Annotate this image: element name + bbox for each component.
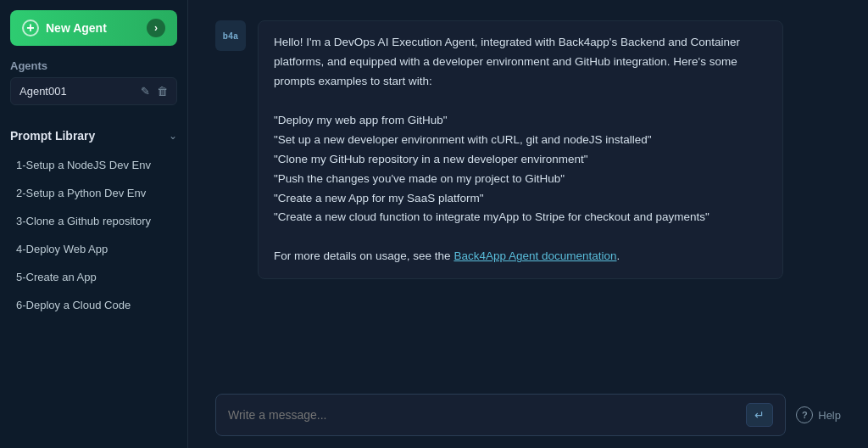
help-icon: ? xyxy=(796,406,813,423)
send-button[interactable]: ↵ xyxy=(746,403,773,427)
footer-link[interactable]: Back4App Agent documentation xyxy=(453,249,616,262)
agents-section: Agents Agent001 ✎ 🗑 xyxy=(0,53,187,109)
help-button[interactable]: ? Help xyxy=(796,406,841,423)
delete-icon[interactable]: 🗑 xyxy=(157,85,168,98)
agent-item-actions: ✎ 🗑 xyxy=(141,85,168,98)
prompt-library-header[interactable]: Prompt Library ⌄ xyxy=(0,124,187,148)
message-prompt-1: "Deploy my web app from GitHub" xyxy=(274,111,767,131)
agent-item[interactable]: Agent001 ✎ 🗑 xyxy=(10,77,177,105)
message-bubble: Hello! I'm a DevOps AI Execution Agent, … xyxy=(258,20,783,279)
help-label: Help xyxy=(818,409,841,422)
message-prompt-5: "Create a new App for my SaaS platform" xyxy=(274,189,767,209)
prompt-list: 1-Setup a NodeJS Dev Env 2-Setup a Pytho… xyxy=(0,148,187,322)
message-prompt-3: "Clone my GitHub repository in a new dev… xyxy=(274,150,767,170)
chat-area: b4a Hello! I'm a DevOps AI Execution Age… xyxy=(188,0,868,384)
message-prompt-6: "Create a new cloud function to integrat… xyxy=(274,208,767,227)
avatar: b4a xyxy=(215,20,246,51)
agent-item-name: Agent001 xyxy=(19,85,67,98)
message-footer: For more details on usage, see the Back4… xyxy=(274,247,767,266)
prompt-item-6[interactable]: 6-Deploy a Cloud Code xyxy=(0,291,187,319)
message-intro: Hello! I'm a DevOps AI Execution Agent, … xyxy=(274,33,767,92)
plus-circle-icon: + xyxy=(22,20,39,36)
prompt-item-2[interactable]: 2-Setup a Python Dev Env xyxy=(0,179,187,207)
new-agent-label: New Agent xyxy=(46,21,107,35)
footer-end: . xyxy=(617,249,620,262)
input-area: ↵ ? Help xyxy=(188,384,868,448)
sidebar: + New Agent › Agents Agent001 ✎ 🗑 Prompt… xyxy=(0,0,188,448)
prompt-item-4[interactable]: 4-Deploy Web App xyxy=(0,235,187,263)
message-prompt-2: "Set up a new developer environment with… xyxy=(274,131,767,150)
send-icon: ↵ xyxy=(754,408,765,422)
prompt-library-section: Prompt Library ⌄ 1-Setup a NodeJS Dev En… xyxy=(0,124,187,448)
message-prompt-4: "Push the changes you've made on my proj… xyxy=(274,170,767,189)
message-input[interactable] xyxy=(228,408,746,422)
prompt-item-1[interactable]: 1-Setup a NodeJS Dev Env xyxy=(0,151,187,179)
prompt-item-5[interactable]: 5-Create an App xyxy=(0,263,187,291)
new-agent-button[interactable]: + New Agent › xyxy=(10,10,177,46)
prompt-item-3[interactable]: 3-Clone a Github repository xyxy=(0,207,187,235)
message-row: b4a Hello! I'm a DevOps AI Execution Age… xyxy=(215,20,841,279)
prompt-library-title: Prompt Library xyxy=(10,129,95,143)
main-content: b4a Hello! I'm a DevOps AI Execution Age… xyxy=(188,0,868,448)
edit-icon[interactable]: ✎ xyxy=(141,85,150,98)
message-input-wrapper: ↵ xyxy=(215,394,786,436)
chevron-down-icon: ⌄ xyxy=(169,130,177,142)
arrow-right-icon: › xyxy=(147,19,165,37)
footer-text: For more details on usage, see the xyxy=(274,249,453,262)
agents-section-label: Agents xyxy=(10,59,177,72)
